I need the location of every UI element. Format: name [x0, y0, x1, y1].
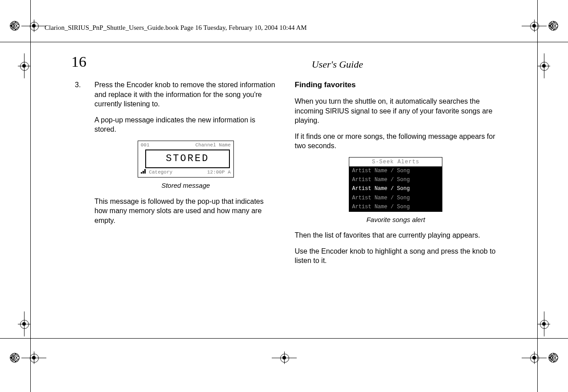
lcd-time: 12:00P A — [207, 169, 231, 176]
crop-line-bottom — [0, 338, 568, 339]
body-columns: 3. Press the Encoder knob to remove the … — [75, 80, 497, 266]
figure-caption: Stored message — [94, 181, 277, 190]
lcd-alert-row-selected: Artist Name / Song — [349, 184, 442, 193]
document-slug: Clarion_SIRIUS_PnP_Shuttle_Users_Guide.b… — [45, 24, 523, 32]
paragraph: Use the Encoder knob to highlight a song… — [295, 247, 497, 266]
crop-line-left — [30, 0, 31, 392]
lcd-category: Category — [149, 170, 172, 175]
lcd-channel-num: 001 — [141, 142, 150, 149]
lcd-alerts-title: S-Seek Alerts — [349, 157, 442, 166]
lcd-alert-row: Artist Name / Song — [349, 175, 442, 184]
paragraph: If it finds one or more songs, the follo… — [295, 132, 497, 151]
registration-mark-icon — [272, 352, 297, 364]
registration-mark-icon — [538, 311, 550, 336]
paragraph: When you turn the shuttle on, it automat… — [295, 97, 497, 125]
step-number: 3. — [75, 80, 86, 225]
registration-mark-icon — [538, 53, 550, 78]
registration-mark-icon — [10, 352, 46, 364]
right-column: Finding favorites When you turn the shut… — [295, 80, 497, 266]
crop-line-top — [0, 42, 568, 42]
step-3: 3. Press the Encoder knob to remove the … — [75, 80, 277, 225]
page-title: User's Guide — [312, 59, 363, 70]
lcd-alert-row: Artist Name / Song — [349, 202, 442, 212]
left-column: 3. Press the Encoder knob to remove the … — [75, 80, 277, 266]
paragraph: A pop-up message indicates the new infor… — [94, 115, 277, 134]
registration-mark-icon — [18, 53, 30, 78]
paragraph: Then the list of favorites that are curr… — [295, 230, 497, 240]
lcd-alert-row: Artist Name / Song — [349, 166, 442, 175]
step-text: Press the Encoder knob to remove the sto… — [94, 80, 277, 109]
registration-mark-icon — [522, 352, 558, 364]
registration-mark-icon — [18, 311, 30, 336]
lcd-popup-text: STORED — [145, 150, 230, 168]
lcd-alert-row: Artist Name / Song — [349, 194, 442, 202]
paragraph: This message is followed by the pop-up t… — [94, 197, 277, 226]
figure-caption: Favorite songs alert — [295, 215, 497, 224]
lcd-stored-figure: 001 Channel Name STORED Category 12:00P … — [138, 141, 234, 178]
lcd-alerts-figure: S-Seek Alerts Artist Name / Song Artist … — [349, 157, 442, 212]
section-heading: Finding favorites — [295, 80, 497, 90]
page-number: 16 — [71, 53, 86, 70]
page-header: 16 User's Guide — [71, 53, 497, 70]
registration-mark-icon — [10, 20, 46, 32]
signal-icon — [141, 169, 146, 174]
registration-mark-icon — [522, 20, 558, 32]
lcd-channel-name: Channel Name — [196, 142, 231, 149]
